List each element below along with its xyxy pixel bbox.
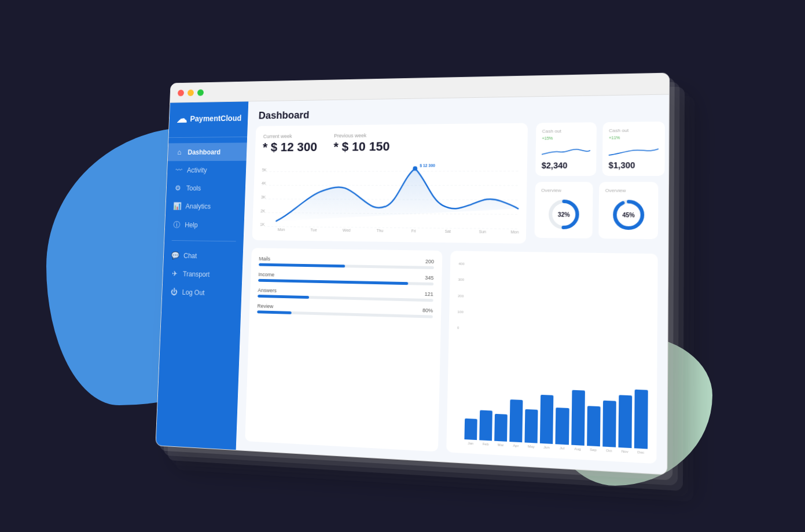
cashout-2-line <box>608 143 658 160</box>
current-week-label: Current week <box>263 133 317 139</box>
donut-1-svg: 32% <box>545 196 582 232</box>
sidebar-item-help[interactable]: ⓘ Help <box>164 215 244 236</box>
vbar-sep: Sep <box>586 406 600 452</box>
week-stats: Current week * $ 12 300 Previous week * … <box>262 131 519 154</box>
cashout-2-trend: +11% <box>608 135 658 140</box>
bar-label-answers: Answers <box>258 287 277 293</box>
vbar-feb-label: Feb <box>482 442 488 446</box>
vbar-mar: Mar <box>494 413 508 446</box>
y-label-100: 100 <box>457 310 463 313</box>
previous-week-value: * $ 10 150 <box>333 139 389 154</box>
home-icon: ⌂ <box>175 148 183 156</box>
bar-value-review: 80% <box>422 307 432 314</box>
vbar-oct-bar <box>602 400 616 447</box>
vbar-aug-bar <box>571 390 585 445</box>
vbar-dec: Dec <box>634 389 648 454</box>
bar-fill-review <box>257 310 291 314</box>
sidebar-item-analytics[interactable]: 📊 Analytics <box>165 197 244 215</box>
bar-fill-mails <box>258 263 344 267</box>
svg-line-0 <box>262 171 519 171</box>
right-cards: Cash out +15% $2,340 <box>534 121 659 239</box>
bar-item-mails-header: Mails 200 <box>259 256 434 265</box>
y-label-300: 300 <box>458 278 464 281</box>
bar-chart-section: 400 300 200 100 0 <box>446 251 658 464</box>
sidebar-item-transport[interactable]: ✈ Transport <box>163 264 242 284</box>
logout-icon: ⏻ <box>169 287 178 296</box>
vbar-mar-label: Mar <box>497 443 503 447</box>
sidebar-label-logout: Log Out <box>182 288 204 296</box>
vbar-dec-bar <box>634 389 648 449</box>
vbar-mar-bar <box>494 413 508 441</box>
tools-icon: ⚙ <box>174 184 182 192</box>
svg-text:Mon: Mon <box>277 228 285 232</box>
svg-text:Sat: Sat <box>444 229 451 233</box>
current-week-stat: Current week * $ 12 300 <box>262 133 317 155</box>
vbar-oct: Oct <box>602 400 616 453</box>
sidebar-label-dashboard: Dashboard <box>188 148 220 156</box>
logo-icon: ☁ <box>176 112 187 125</box>
y-label-200: 200 <box>458 293 464 297</box>
y-axis: 400 300 200 100 0 <box>457 259 464 329</box>
svg-text:Fri: Fri <box>411 229 416 233</box>
vbar-jun-bar <box>540 394 554 443</box>
vbar-feb: Feb <box>479 410 492 446</box>
cashout-2-title: Cash out <box>609 127 659 133</box>
stat-card-cashout-1: Cash out +15% $2,340 <box>535 122 597 176</box>
donut-card-2: Overview 45% <box>598 182 658 239</box>
sidebar-label-chat: Chat <box>183 251 196 259</box>
sidebar-label-activity: Activity <box>186 166 207 174</box>
traffic-light-red[interactable] <box>177 89 183 96</box>
traffic-light-yellow[interactable] <box>187 89 193 96</box>
previous-week-prefix: * <box>333 140 342 153</box>
browser-window: ☁ PaymentCloud ⌂ Dashboard 〰 Activity ⚙ <box>155 72 670 475</box>
vbar-jan-bar <box>464 418 477 439</box>
cashout-1-value: $2,340 <box>541 160 590 170</box>
vbar-may-label: May <box>527 444 534 448</box>
y-label-0: 0 <box>457 326 462 329</box>
sidebar-item-chat[interactable]: 💬 Chat <box>163 246 243 266</box>
donut-1-wrapper: 32% <box>541 196 587 232</box>
vbar-oct-label: Oct <box>606 448 612 452</box>
svg-text:5K: 5K <box>262 167 267 171</box>
vertical-chart-content: 400 300 200 100 0 <box>454 259 649 454</box>
bar-item-mails: Mails 200 <box>258 256 433 269</box>
donut-2-title: Overview <box>605 188 626 193</box>
vbar-apr-label: Apr <box>513 443 519 447</box>
nav-items: ⌂ Dashboard 〰 Activity ⚙ Tools 📊 Analyti… <box>156 142 247 441</box>
sidebar-label-transport: Transport <box>182 270 209 278</box>
bar-label-income: Income <box>258 271 274 277</box>
vbar-aug: Aug <box>571 390 585 451</box>
vertical-bars: Jan Feb Mar <box>464 259 649 454</box>
sidebar-item-activity[interactable]: 〰 Activity <box>167 160 246 178</box>
app-layout: ☁ PaymentCloud ⌂ Dashboard 〰 Activity ⚙ <box>156 94 668 474</box>
current-week-prefix: * <box>262 140 270 154</box>
help-icon: ⓘ <box>172 219 181 229</box>
previous-week-stat: Previous week * $ 10 150 <box>333 132 390 154</box>
page-title: Dashboard <box>258 104 656 122</box>
bar-label-review: Review <box>257 303 273 309</box>
bar-item-review: Review 80% <box>257 303 433 318</box>
sidebar-item-tools[interactable]: ⚙ Tools <box>166 179 245 197</box>
cashout-1-title: Cash out <box>542 128 590 134</box>
line-chart-area: 5K 4K 3K 2K 1K <box>260 159 519 235</box>
previous-week-label: Previous week <box>334 132 390 138</box>
svg-text:1K: 1K <box>260 222 265 226</box>
current-week-value: * $ 12 300 <box>262 140 317 155</box>
traffic-light-green[interactable] <box>197 89 203 95</box>
logo-text: PaymentCloud <box>190 113 241 123</box>
main-content: Dashboard Current week * $ 12 300 <box>236 94 668 474</box>
cashout-1-trend: +15% <box>542 135 590 140</box>
logo: ☁ PaymentCloud <box>176 111 240 125</box>
donut-cards-row: Overview 32% <box>534 182 658 239</box>
svg-text:3K: 3K <box>261 195 266 199</box>
svg-text:Thu: Thu <box>376 228 383 232</box>
chat-icon: 💬 <box>171 251 179 259</box>
vbar-jun-label: Jun <box>543 445 549 449</box>
donut-2-svg: 45% <box>609 196 647 233</box>
sidebar-item-logout[interactable]: ⏻ Log Out <box>161 282 241 302</box>
vbar-aug-label: Aug <box>574 447 581 451</box>
svg-text:Wed: Wed <box>342 228 350 232</box>
analytics-icon: 📊 <box>172 201 181 210</box>
svg-line-2 <box>261 199 518 200</box>
sidebar-item-dashboard[interactable]: ⌂ Dashboard <box>167 142 247 161</box>
